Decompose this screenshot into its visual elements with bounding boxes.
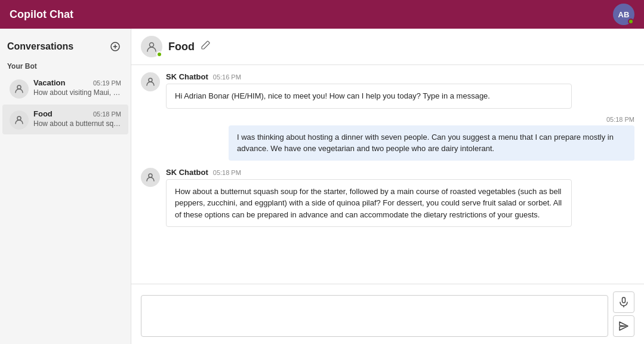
message-time-1: 05:16 PM — [213, 73, 241, 81]
message-bubble-3: How about a butternut squash soup for th… — [166, 179, 572, 228]
conv-content-food: Food 05:18 PM How about a butternut squa… — [33, 109, 121, 128]
user-message-bubble: I was thinking about hosting a dinner wi… — [229, 125, 634, 161]
send-icon — [618, 321, 629, 331]
svg-point-5 — [150, 43, 154, 47]
sidebar-title: Conversations — [7, 41, 73, 52]
message-row-1: SK Chatbot 05:16 PM Hi Adrian Bonar (HE/… — [141, 72, 634, 109]
message-input[interactable] — [141, 295, 608, 337]
conv-top-vacation: Vacation 05:19 PM — [33, 78, 121, 87]
bot-avatar-2 — [141, 168, 160, 187]
svg-rect-8 — [623, 297, 625, 303]
conv-name-vacation: Vacation — [33, 78, 65, 87]
message-meta-1: SK Chatbot 05:16 PM — [166, 72, 634, 81]
conv-name-food: Food — [33, 109, 53, 118]
sidebar-header: Conversations — [0, 29, 131, 60]
conv-preview-vacation: How about visiting Maui, Hawaii? It has … — [33, 88, 121, 97]
voice-button[interactable] — [613, 291, 634, 313]
sidebar: Conversations Your Bot Vacation — [0, 29, 131, 344]
chat-header: Food — [131, 29, 644, 65]
person-icon — [14, 84, 24, 94]
microphone-icon — [618, 297, 629, 308]
conv-top-food: Food 05:18 PM — [33, 109, 121, 118]
add-icon — [110, 41, 121, 52]
message-sender-1: SK Chatbot — [166, 72, 208, 81]
conversation-item-food[interactable]: Food 05:18 PM How about a butternut squa… — [2, 105, 128, 134]
message-meta-3: SK Chatbot 05:18 PM — [166, 168, 634, 177]
conv-time-food: 05:18 PM — [93, 110, 121, 118]
chat-person-icon — [146, 41, 158, 53]
message-text-1: Hi Adrian Bonar (HE/HIM), nice to meet y… — [175, 91, 490, 100]
chat-title: Food — [168, 41, 195, 53]
chat-header-avatar — [141, 36, 162, 57]
pencil-icon — [201, 41, 210, 50]
input-buttons — [613, 291, 634, 337]
user-message-row: 05:18 PM I was thinking about hosting a … — [141, 116, 634, 161]
conv-avatar-food — [10, 110, 29, 130]
bot-person-icon-1 — [145, 76, 156, 87]
message-row-3: SK Chatbot 05:18 PM How about a butternu… — [141, 168, 634, 228]
conv-avatar-vacation — [10, 79, 29, 99]
bot-person-icon-2 — [145, 172, 156, 183]
send-button[interactable] — [613, 315, 634, 337]
input-area — [131, 284, 644, 344]
message-time-3: 05:18 PM — [213, 169, 241, 176]
conv-content-vacation: Vacation 05:19 PM How about visiting Mau… — [33, 78, 121, 97]
user-message-text: I was thinking about hosting a dinner wi… — [237, 133, 614, 153]
svg-point-6 — [149, 78, 152, 82]
user-message-wrapper: 05:18 PM I was thinking about hosting a … — [229, 116, 634, 161]
message-bubble-1: Hi Adrian Bonar (HE/HIM), nice to meet y… — [166, 84, 572, 109]
message-body-1: SK Chatbot 05:16 PM Hi Adrian Bonar (HE/… — [166, 72, 634, 109]
svg-rect-2 — [115, 45, 116, 49]
person-icon — [14, 115, 24, 125]
chat-area: Food SK Chatbot — [131, 29, 644, 344]
svg-point-3 — [17, 85, 21, 89]
section-label: Your Bot — [0, 60, 131, 73]
conversation-item-vacation[interactable]: Vacation 05:19 PM How about visiting Mau… — [2, 73, 128, 103]
user-avatar[interactable]: AB — [613, 4, 634, 25]
app-header: Copilot Chat AB — [0, 0, 644, 29]
svg-point-7 — [149, 174, 152, 177]
conv-preview-food: How about a butternut squash soup for th… — [33, 119, 121, 128]
edit-icon[interactable] — [201, 41, 210, 53]
user-message-time: 05:18 PM — [229, 116, 634, 123]
conv-time-vacation: 05:19 PM — [93, 79, 121, 87]
online-indicator — [628, 19, 634, 24]
message-body-3: SK Chatbot 05:18 PM How about a butternu… — [166, 168, 634, 228]
message-sender-3: SK Chatbot — [166, 168, 208, 177]
bot-avatar-1 — [141, 72, 160, 91]
add-conversation-button[interactable] — [107, 38, 124, 55]
svg-point-4 — [17, 116, 21, 120]
main-layout: Conversations Your Bot Vacation — [0, 29, 644, 344]
chat-online-dot — [156, 51, 162, 57]
app-title: Copilot Chat — [10, 8, 73, 21]
messages-container: SK Chatbot 05:16 PM Hi Adrian Bonar (HE/… — [131, 65, 644, 284]
message-text-3: How about a butternut squash soup for th… — [175, 187, 562, 219]
